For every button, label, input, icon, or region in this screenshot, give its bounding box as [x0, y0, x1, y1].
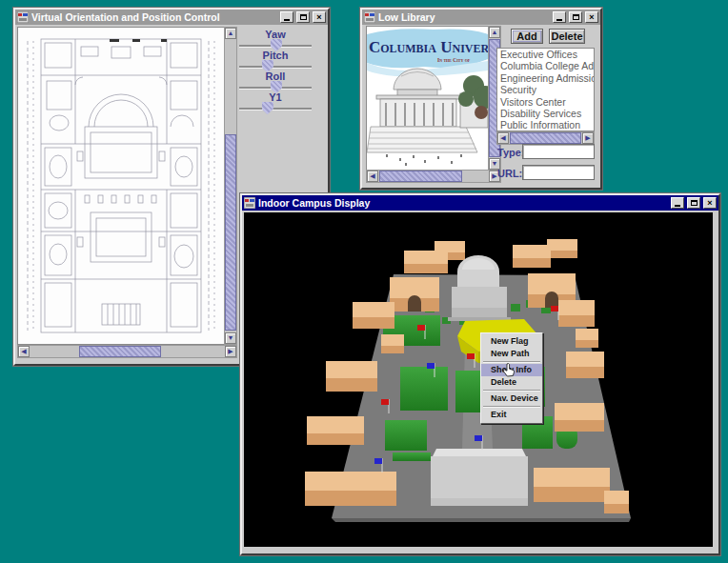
- minimize-button[interactable]: [280, 11, 293, 23]
- list-item[interactable]: Visitors Center: [497, 96, 594, 108]
- window-icon: [364, 11, 375, 23]
- list-item[interactable]: Executive Offices: [497, 49, 594, 60]
- maximize-button[interactable]: [569, 11, 582, 23]
- close-icon: ×: [316, 13, 321, 22]
- scroll-right-icon[interactable]: ▶: [582, 132, 594, 144]
- y1-slider[interactable]: Y1: [239, 91, 312, 114]
- campus-titlebar[interactable]: Indoor Campus Display ×: [242, 195, 718, 211]
- horizontal-scroll-thumb[interactable]: [510, 132, 581, 144]
- image-heading-text: Columbia University: [369, 38, 488, 56]
- minimize-button[interactable]: [553, 11, 566, 23]
- list-item[interactable]: Columbia College Admissions: [497, 60, 594, 71]
- maximize-button[interactable]: [687, 197, 700, 209]
- orientation-titlebar[interactable]: Virtual Orientation and Position Control…: [15, 10, 328, 25]
- campus-3d-canvas[interactable]: New Flag New Path Show Info Delete Nav. …: [244, 212, 713, 547]
- horizontal-scroll-thumb[interactable]: [379, 171, 462, 182]
- scroll-down-icon[interactable]: ▼: [225, 332, 236, 344]
- window-title: Virtual Orientation and Position Control: [31, 11, 277, 23]
- close-button[interactable]: ×: [585, 11, 598, 23]
- floorplan-drawing: [18, 28, 224, 344]
- low-library-window[interactable]: Low Library × Columbia University In the…: [360, 8, 602, 190]
- type-input[interactable]: [522, 144, 595, 159]
- floorplan-viewport[interactable]: [17, 27, 225, 345]
- pitch-track[interactable]: [239, 66, 312, 69]
- scroll-up-icon[interactable]: ▲: [489, 27, 500, 38]
- add-button[interactable]: Add: [511, 29, 543, 44]
- url-input[interactable]: [522, 165, 595, 180]
- low-library-titlebar[interactable]: Low Library ×: [362, 10, 600, 25]
- pitch-label: Pitch: [239, 50, 312, 62]
- type-label: Type:: [497, 147, 525, 158]
- maximize-icon: [573, 14, 579, 20]
- url-label: URL:: [497, 168, 522, 179]
- window-icon: [244, 197, 255, 209]
- list-item[interactable]: Security: [497, 84, 594, 95]
- menu-item-new-flag[interactable]: New Flag: [481, 335, 542, 348]
- list-horizontal-scrollbar[interactable]: ◀ ▶: [496, 131, 595, 145]
- close-button[interactable]: ×: [703, 197, 717, 209]
- menu-item-exit[interactable]: Exit: [481, 409, 542, 421]
- delete-button[interactable]: Delete: [549, 29, 585, 44]
- desktop: Virtual Orientation and Position Control…: [0, 0, 728, 563]
- list-item[interactable]: Disability Services: [497, 108, 594, 119]
- horizontal-scroll-thumb[interactable]: [79, 346, 161, 357]
- campus-3d-scene: [244, 212, 713, 547]
- yaw-track[interactable]: [239, 45, 312, 48]
- library-image-viewport[interactable]: Columbia University In the City of: [366, 26, 489, 171]
- close-icon: ×: [589, 13, 594, 22]
- image-horizontal-scrollbar[interactable]: ◀ ▶: [366, 170, 501, 183]
- maximize-button[interactable]: [296, 11, 310, 23]
- roll-slider[interactable]: Roll: [239, 70, 312, 93]
- scroll-up-icon[interactable]: ▲: [225, 28, 236, 39]
- minimize-icon: [675, 205, 680, 207]
- yaw-slider[interactable]: Yaw: [239, 29, 312, 51]
- image-subheading-text: In the City of: [437, 57, 471, 63]
- maximize-icon: [691, 200, 698, 206]
- close-icon: ×: [707, 199, 712, 208]
- y1-track[interactable]: [239, 108, 312, 111]
- campus-window[interactable]: Indoor Campus Display ×: [240, 193, 720, 555]
- maximize-icon: [300, 14, 307, 20]
- scroll-left-icon[interactable]: ◀: [18, 346, 30, 357]
- floorplan-vertical-scrollbar[interactable]: ▲ ▼: [224, 27, 237, 345]
- menu-item-new-path[interactable]: New Path: [481, 348, 542, 360]
- pitch-slider[interactable]: Pitch: [239, 50, 312, 72]
- window-title: Low Library: [378, 11, 550, 23]
- minimize-button[interactable]: [671, 197, 684, 209]
- list-item[interactable]: Engineering Admissions: [497, 72, 594, 84]
- locations-list[interactable]: Executive Offices Columbia College Admis…: [496, 48, 595, 131]
- scroll-right-icon[interactable]: ▶: [225, 346, 236, 357]
- butler-library-3d: [431, 449, 528, 506]
- menu-separator: [483, 390, 540, 392]
- scroll-left-icon[interactable]: ◀: [497, 132, 509, 144]
- menu-item-nav-device[interactable]: Nav. Device: [481, 392, 542, 405]
- columbia-engraving-image: Columbia University In the City of: [367, 27, 488, 170]
- y1-label: Y1: [239, 91, 312, 104]
- scroll-left-icon[interactable]: ◀: [367, 171, 378, 182]
- hand-cursor-icon: [502, 363, 516, 378]
- minimize-icon: [284, 19, 290, 21]
- close-button[interactable]: ×: [313, 11, 326, 23]
- menu-separator: [483, 406, 540, 408]
- window-icon: [17, 11, 29, 23]
- vertical-scroll-thumb[interactable]: [225, 134, 236, 331]
- y1-thumb[interactable]: [262, 102, 273, 114]
- context-menu: New Flag New Path Show Info Delete Nav. …: [480, 332, 543, 424]
- list-item[interactable]: Public Information: [497, 119, 594, 131]
- floorplan-horizontal-scrollbar[interactable]: ◀ ▶: [17, 345, 237, 358]
- window-title: Indoor Campus Display: [258, 197, 668, 209]
- roll-track[interactable]: [239, 87, 312, 90]
- minimize-icon: [556, 19, 562, 21]
